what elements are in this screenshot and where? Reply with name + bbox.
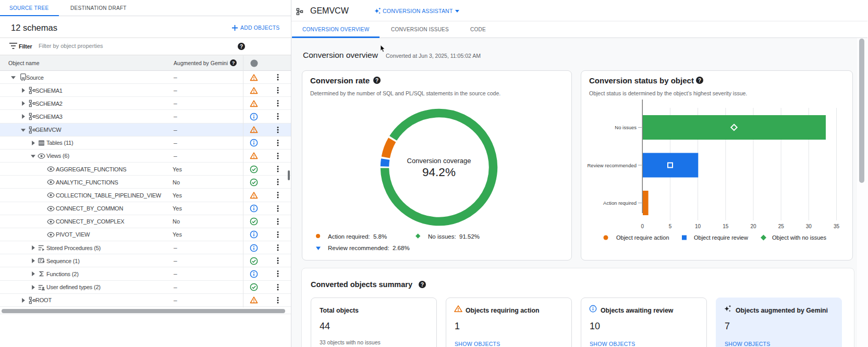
svg-text:?: ? [698,78,701,83]
svg-text:15: 15 [723,224,729,229]
svg-text:?: ? [240,44,243,49]
svg-text:25: 25 [778,224,785,229]
svg-text:?: ? [232,60,235,66]
svg-text:10: 10 [695,224,701,229]
svg-text:Review recommended: Review recommended [587,163,637,168]
svg-text:Action required: Action required [603,200,637,206]
svg-text:?: ? [375,78,378,83]
svg-text:30: 30 [806,224,812,229]
svg-text:?: ? [421,282,424,288]
svg-text:No issues: No issues [615,125,637,130]
svg-text:5: 5 [669,224,672,229]
svg-text:0: 0 [641,224,644,229]
svg-text:35: 35 [834,224,840,229]
svg-text:20: 20 [750,224,756,229]
